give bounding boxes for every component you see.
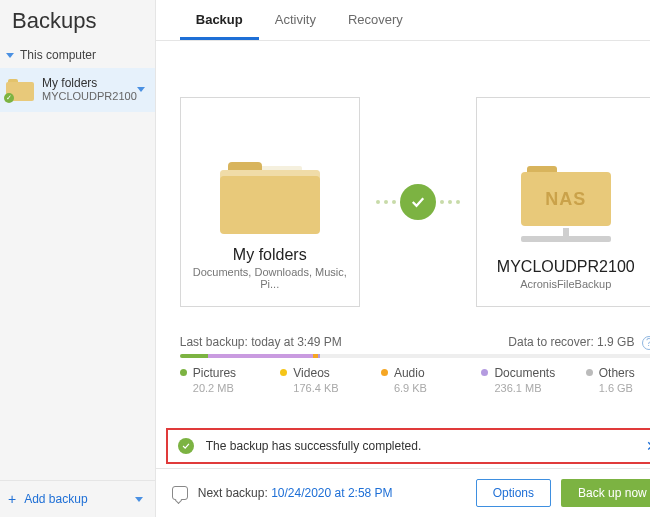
connector [376, 184, 460, 220]
data-bar [180, 354, 650, 358]
sidebar-item-name: My folders [42, 76, 137, 90]
destination-title: MYCLOUDPR2100 [497, 258, 635, 276]
sidebar-item-myfolders[interactable]: ✓ My folders MYCLOUDPR2100 [0, 68, 155, 112]
footer: Next backup: 10/24/2020 at 2:58 PM Optio… [156, 468, 650, 517]
cat-pictures: Pictures 20.2 MB [180, 366, 250, 394]
source-title: My folders [233, 246, 307, 264]
tabs: Backup Activity Recovery [156, 0, 650, 41]
status-message: The backup has successfully completed. [206, 439, 421, 453]
folder-icon [220, 162, 320, 234]
add-backup-button[interactable]: + Add backup [0, 480, 155, 517]
cat-videos: Videos 176.4 KB [280, 366, 350, 394]
close-icon[interactable]: ✕ [646, 438, 650, 454]
sidebar-item-dest: MYCLOUDPR2100 [42, 90, 137, 103]
main: Backup Activity Recovery My folders Docu… [156, 0, 650, 517]
success-check-icon [178, 438, 194, 454]
sidebar-tree-header[interactable]: This computer [0, 44, 155, 68]
last-backup-text: Last backup: today at 3:49 PM [180, 335, 342, 349]
chevron-down-icon[interactable] [137, 87, 145, 92]
categories: Pictures 20.2 MB Videos 176.4 KB Audio 6… [180, 366, 650, 404]
source-card[interactable]: My folders Documents, Downloads, Music, … [180, 97, 360, 307]
status-alert: The backup has successfully completed. ✕ [166, 428, 650, 464]
nas-icon: NAS [511, 166, 621, 246]
cat-audio: Audio 6.9 KB [381, 366, 451, 394]
content: My folders Documents, Downloads, Music, … [156, 41, 650, 468]
tree-header-label: This computer [20, 48, 96, 62]
tab-recovery[interactable]: Recovery [332, 4, 419, 40]
source-sub: Documents, Downloads, Music, Pi... [191, 266, 349, 290]
sidebar-title: Backups [0, 0, 155, 44]
success-check-icon [400, 184, 436, 220]
plus-icon: + [8, 491, 16, 507]
sidebar: Backups This computer ✓ My folders MYCLO… [0, 0, 156, 517]
next-backup-label: Next backup: [198, 486, 271, 500]
add-backup-label: Add backup [24, 492, 87, 506]
data-to-recover-text: Data to recover: 1.9 GB [508, 335, 634, 349]
backup-now-button[interactable]: Back up now [561, 479, 650, 507]
next-backup-time[interactable]: 10/24/2020 at 2:58 PM [271, 486, 392, 500]
chevron-down-icon[interactable] [135, 497, 143, 502]
cat-documents: Documents 236.1 MB [481, 366, 555, 394]
tab-backup[interactable]: Backup [180, 4, 259, 40]
tab-activity[interactable]: Activity [259, 4, 332, 40]
folder-check-icon: ✓ [6, 79, 34, 101]
comment-icon[interactable] [172, 486, 188, 500]
cat-others: Others 1.6 GB [586, 366, 650, 394]
destination-card[interactable]: NAS MYCLOUDPR2100 AcronisFileBackup [476, 97, 650, 307]
chevron-down-icon [6, 53, 14, 58]
options-button[interactable]: Options [476, 479, 551, 507]
help-icon[interactable]: ? [642, 336, 650, 350]
destination-sub: AcronisFileBackup [520, 278, 611, 290]
